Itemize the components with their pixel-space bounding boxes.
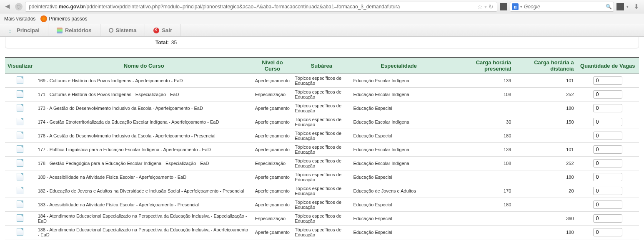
cell-especialidade: Educação Especial	[351, 212, 447, 226]
view-document-icon[interactable]	[17, 214, 23, 222]
quantidade-vagas-input[interactable]	[593, 118, 622, 126]
th-nivel: Nível do Curso	[253, 57, 292, 74]
table-row: 180 - Acessibilidade na Atividade Física…	[5, 170, 639, 184]
th-visualizar: Visualizar	[5, 57, 35, 74]
quantidade-vagas-input[interactable]	[593, 104, 622, 112]
cell-especialidade: Educação Especial	[351, 198, 447, 212]
cell-carga-presencial: 139	[447, 143, 514, 157]
url-bar[interactable]: pdeinterativo.mec.gov.br/pddeinterativo/…	[25, 2, 497, 12]
site-identity-icon[interactable]: ◌	[15, 3, 23, 10]
cell-subarea: Tópicos específicos de Educação	[292, 74, 351, 88]
menu-principal[interactable]: ⌂ Principal	[0, 24, 48, 36]
quantidade-vagas-input[interactable]	[593, 187, 622, 195]
cell-nivel: Aperfeiçoamento	[253, 184, 292, 198]
cell-carga-presencial	[447, 212, 514, 226]
bookmark-star-icon[interactable]: ☆	[477, 3, 483, 10]
menu-sistema[interactable]: Sistema	[100, 24, 145, 36]
quantidade-vagas-input[interactable]	[593, 200, 622, 209]
cell-nivel: Aperfeiçoamento	[253, 115, 292, 129]
cell-nivel: Especialização	[253, 212, 292, 226]
view-document-icon[interactable]	[17, 159, 23, 167]
gear-icon	[109, 28, 113, 33]
quantidade-vagas-input[interactable]	[593, 159, 622, 167]
cell-especialidade: Educação de Jovens e Adultos	[351, 184, 447, 198]
nav-back-icon[interactable]: ◄	[3, 2, 13, 12]
search-engine-badge[interactable]: g	[512, 3, 519, 10]
cell-especialidade: Educação Especial	[351, 170, 447, 184]
cell-carga-presencial: 30	[447, 115, 514, 129]
quantidade-vagas-input[interactable]	[593, 76, 622, 85]
cell-carga-distancia: 180	[514, 170, 576, 184]
cell-especialidade: Educação Escolar Indígena	[351, 157, 447, 170]
view-document-icon[interactable]	[17, 228, 23, 236]
cell-especialidade: Educação Especial	[351, 129, 447, 143]
reader-mode-icon[interactable]	[500, 3, 507, 10]
cell-subarea: Tópicos específicos de Educação	[292, 88, 351, 101]
menu-sair[interactable]: Sair	[145, 24, 181, 36]
view-document-icon[interactable]	[17, 173, 23, 180]
view-document-icon[interactable]	[17, 187, 23, 194]
bookmarks-bar: Mais visitados Primeiros passos	[0, 13, 644, 24]
cell-especialidade: Educação Escolar Indígena	[351, 88, 447, 101]
url-domain: mec.gov.br	[59, 4, 85, 10]
quantidade-vagas-input[interactable]	[593, 214, 622, 223]
table-row: 174 - Gestão Etnoterritorializada da Edu…	[5, 115, 639, 129]
cell-nivel: Aperfeiçoamento	[253, 170, 292, 184]
table-row: 184 - Atendimento Educacional Especializ…	[5, 212, 639, 226]
search-submit-icon[interactable]: 🔍	[606, 4, 612, 10]
bookmark-most-visited[interactable]: Mais visitados	[4, 16, 35, 22]
reload-icon[interactable]: ↻	[489, 3, 494, 10]
home-icon: ⌂	[8, 28, 14, 33]
cell-nivel: Especialização	[253, 88, 292, 101]
cell-carga-distancia: 150	[514, 115, 576, 129]
menu-sistema-label: Sistema	[116, 27, 137, 33]
cell-carga-distancia: 360	[514, 212, 576, 226]
th-subarea: Subárea	[292, 57, 351, 74]
cell-subarea: Tópicos específicos de Educação	[292, 157, 351, 170]
menu-relatorios-label: Relatórios	[65, 27, 92, 33]
bookmarks-menu-icon[interactable]	[616, 3, 624, 10]
table-row: 177 - Política Linguística para a Educaç…	[5, 143, 639, 157]
url-path: /pddeinterativo/pddeinterativo.php?modul…	[85, 4, 400, 10]
view-document-icon[interactable]	[17, 76, 23, 84]
app-menu-bar: ⌂ Principal Relatórios Sistema Sair	[0, 24, 644, 37]
table-row: 178 - Gestão Pedagógica para a Educação …	[5, 157, 639, 170]
table-row: 186 - Atendimento Educacional Especializ…	[5, 226, 639, 239]
cell-nome: 182 - Educação de Jovens e Adultos na Di…	[35, 184, 253, 198]
cell-carga-distancia: 252	[514, 88, 576, 101]
bookmarks-dropdown-icon[interactable]: ▾	[626, 5, 629, 9]
view-document-icon[interactable]	[17, 118, 23, 125]
cell-carga-distancia: 20	[514, 184, 576, 198]
cell-carga-distancia: 180	[514, 101, 576, 115]
cell-nome: 173 - A Gestão do Desenvolvimento Inclus…	[35, 101, 253, 115]
th-carga-presencial: Carga horária presencial	[447, 57, 514, 74]
downloads-icon[interactable]: ⬇	[631, 3, 641, 10]
cell-especialidade: Educação Especial	[351, 226, 447, 239]
cell-carga-presencial: 108	[447, 157, 514, 170]
cell-nome: 186 - Atendimento Educacional Especializ…	[35, 226, 253, 239]
quantidade-vagas-input[interactable]	[593, 173, 622, 181]
view-document-icon[interactable]	[17, 90, 23, 98]
view-document-icon[interactable]	[17, 200, 23, 208]
cell-nivel: Aperfeiçoamento	[253, 143, 292, 157]
bookmark-first-steps[interactable]: Primeiros passos	[40, 15, 87, 22]
view-document-icon[interactable]	[17, 104, 23, 112]
search-box[interactable]: g ▾ 🔍	[510, 2, 614, 12]
quantidade-vagas-input[interactable]	[593, 228, 622, 236]
quantidade-vagas-input[interactable]	[593, 145, 622, 154]
view-document-icon[interactable]	[17, 145, 23, 153]
th-nome: Nome do Curso	[35, 57, 253, 74]
th-carga-distancia: Carga horária a distancia	[514, 57, 576, 74]
search-engine-dropdown-icon[interactable]: ▾	[520, 5, 522, 9]
quantidade-vagas-input[interactable]	[593, 90, 622, 99]
cell-nivel: Aperfeiçoamento	[253, 198, 292, 212]
menu-relatorios[interactable]: Relatórios	[48, 24, 100, 36]
cell-carga-presencial: 139	[447, 74, 514, 88]
quantidade-vagas-input[interactable]	[593, 132, 622, 140]
browser-toolbar: ◄ ◌ pdeinterativo.mec.gov.br/pddeinterat…	[0, 0, 644, 13]
most-visited-label: Mais visitados	[4, 16, 35, 22]
view-document-icon[interactable]	[17, 132, 23, 139]
search-input[interactable]	[524, 4, 604, 10]
cell-nivel: Aperfeiçoamento	[253, 129, 292, 143]
cell-carga-presencial: 108	[447, 88, 514, 101]
